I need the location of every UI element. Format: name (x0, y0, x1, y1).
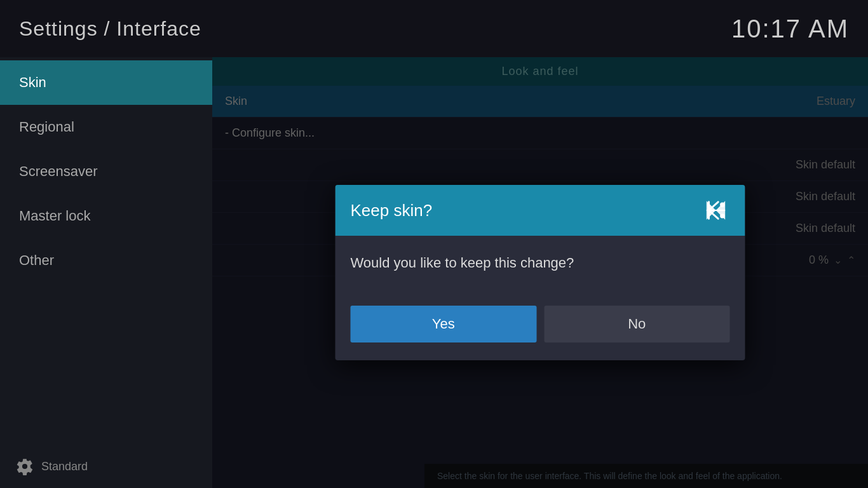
sidebar: Skin Regional Screensaver Master lock Ot… (0, 57, 212, 488)
sidebar-footer: Standard (0, 445, 212, 488)
sidebar-item-master-lock[interactable]: Master lock (0, 194, 212, 238)
sidebar-item-screensaver[interactable]: Screensaver (0, 149, 212, 194)
svg-point-4 (720, 214, 724, 218)
header: Settings / Interface 10:17 AM (0, 0, 868, 57)
yes-button[interactable]: Yes (351, 306, 537, 342)
main-layout: Skin Regional Screensaver Master lock Ot… (0, 57, 868, 488)
dialog-buttons: Yes No (336, 299, 745, 360)
dialog-message: Would you like to keep this change? (351, 255, 574, 271)
clock: 10:17 AM (731, 15, 849, 43)
sidebar-nav: Skin Regional Screensaver Master lock Ot… (0, 57, 212, 283)
dialog-header: Keep skin? (336, 185, 745, 236)
dialog-title: Keep skin? (351, 201, 433, 220)
dialog-body: Would you like to keep this change? (336, 236, 745, 299)
svg-point-3 (720, 203, 724, 207)
sidebar-item-skin[interactable]: Skin (0, 60, 212, 105)
content-area: Look and feel Skin Estuary - Configure s… (212, 57, 868, 488)
sidebar-item-other[interactable]: Other (0, 238, 212, 283)
gear-icon (16, 458, 34, 475)
sidebar-footer-label: Standard (41, 460, 88, 473)
sidebar-item-regional[interactable]: Regional (0, 105, 212, 149)
page-title: Settings / Interface (19, 17, 201, 41)
kodi-logo-icon (702, 196, 730, 224)
dialog: Keep skin? Would you like to keep this (336, 185, 745, 360)
no-button[interactable]: No (544, 306, 730, 342)
